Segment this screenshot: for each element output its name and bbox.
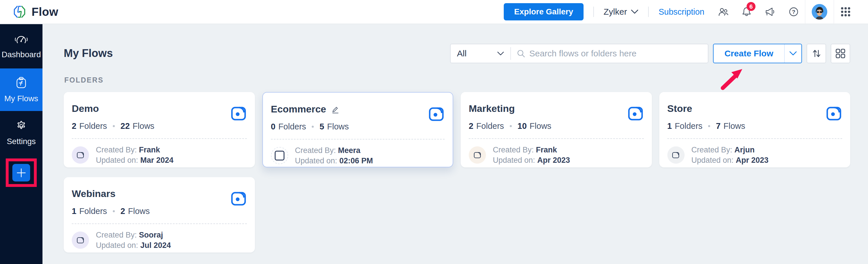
grid-view-button[interactable] [831,44,850,63]
folder-icon [231,106,246,121]
plus-icon [17,168,26,178]
flow-logo-icon [12,5,26,19]
chevron-down-icon [497,51,504,56]
filter-search-bar: All [450,44,708,63]
folder-card-webinars[interactable]: Webinars 1Folders 2Flows Created By: Soo… [64,177,255,253]
folder-card-marketing[interactable]: Marketing 2Folders 10Flows Created By: F… [461,92,652,167]
folders-section-label: FOLDERS [64,76,104,84]
header-divider [805,0,805,24]
sidebar-item-label: Settings [7,137,36,146]
folder-counts: 1Folders 7Flows [668,121,842,131]
dot-separator [113,210,115,212]
search-section [511,44,708,63]
top-header: Flow Explore Gallery Zylker Subscription [0,0,868,24]
header-divider [834,0,834,24]
dot-separator [510,125,512,127]
search-icon [517,49,525,58]
sidebar-item-label: Dashboard [2,50,41,59]
flow-logo: Flow [12,5,58,19]
folder-glyph-icon [672,152,680,159]
sidebar-item-dashboard[interactable]: Dashboard [0,24,42,69]
grid-view-icon [835,48,846,59]
explore-gallery-button[interactable]: Explore Gallery [504,3,583,20]
dashboard-gauge-icon [14,33,28,46]
sidebar-item-label: My Flows [4,94,38,103]
folder-counts: 2Folders 10Flows [469,121,644,131]
notifications-bell-icon[interactable]: 6 [742,7,751,17]
help-icon[interactable]: ? [789,7,799,17]
filter-selected-value: All [457,49,497,58]
dashed-divider [72,138,247,139]
folder-avatar [72,147,89,164]
notification-count-badge: 6 [747,2,755,11]
subscription-link[interactable]: Subscription [658,7,704,17]
settings-gear-icon [14,119,28,132]
create-new-button[interactable] [12,164,30,182]
folder-meta: Created By: Meera Updated on: 02:06 PM [295,145,373,166]
folder-name: Store [668,92,842,114]
my-flows-icon [14,76,28,89]
folder-meta: Created By: Sooraj Updated on: Jul 2024 [96,230,171,250]
folder-glyph-icon [474,152,482,159]
chevron-down-icon [789,51,797,56]
org-selector[interactable]: Zylker [603,7,639,17]
folder-icon [628,106,643,121]
dot-separator [312,126,314,128]
filter-dropdown[interactable]: All [451,44,510,63]
folder-cards-grid: Demo 2Folders 22Flows Created By: Frank … [64,92,850,253]
folder-avatar [668,147,685,164]
annotation-arrow [719,67,747,91]
sidebar: Dashboard My Flows Settings [0,24,42,264]
edit-folder-name-icon[interactable] [331,105,340,114]
folder-card-store[interactable]: Store 1Folders 7Flows Created By: Arjun … [659,92,850,167]
create-flow-button[interactable]: Create Flow [713,44,802,63]
sort-arrows-icon [811,48,822,59]
folder-card-ecommerce[interactable]: Ecommerce 0Folders 5Flows [262,92,454,167]
sidebar-item-my-flows[interactable]: My Flows [0,69,42,111]
apps-grid-icon[interactable] [840,7,851,17]
main-content: My Flows All Create Flow [42,24,868,264]
dashed-divider [72,223,247,224]
search-input[interactable] [529,49,702,58]
create-flow-caret[interactable] [785,44,801,63]
folder-name: Ecommerce [271,93,445,115]
folder-name: Webinars [72,177,247,199]
folder-icon [826,106,842,121]
chevron-down-icon [631,9,639,14]
dot-separator [113,125,115,127]
create-flow-label: Create Flow [714,44,784,63]
annotation-highlight-box [6,158,37,187]
svg-text:?: ? [792,9,795,15]
folder-meta: Created By: Arjun Updated on: Apr 2023 [691,144,769,165]
dashed-divider [668,138,842,139]
org-name: Zylker [603,7,627,17]
sidebar-item-settings[interactable]: Settings [0,111,42,154]
folder-meta: Created By: Frank Updated on: Mar 2024 [96,144,174,165]
folder-counts: 2Folders 22Flows [72,121,247,131]
toolbar: All Create Flow [450,44,850,63]
folder-glyph-icon [76,237,84,244]
page-title: My Flows [64,47,113,59]
folder-icon [429,106,444,121]
folder-meta: Created By: Frank Updated on: Apr 2023 [493,144,570,165]
dashed-divider [469,138,644,139]
sort-button[interactable] [807,44,826,63]
folder-avatar [469,147,486,164]
folder-name: Demo [72,92,247,114]
user-avatar[interactable] [812,4,827,20]
folder-glyph-icon [76,152,84,159]
user-management-icon[interactable] [718,7,728,17]
announcements-megaphone-icon[interactable] [765,7,776,17]
folder-counts: 0Folders 5Flows [271,122,445,131]
header-divider [648,7,649,17]
app-title: Flow [32,5,58,19]
folder-select-checkbox[interactable] [275,151,284,160]
folder-card-demo[interactable]: Demo 2Folders 22Flows Created By: Frank … [64,92,255,167]
dot-separator [708,125,710,127]
folder-name: Marketing [469,92,644,114]
folder-avatar [72,232,89,249]
folder-icon [231,191,246,206]
folder-counts: 1Folders 2Flows [72,207,247,216]
dashed-divider [271,139,445,139]
header-divider [593,7,594,17]
